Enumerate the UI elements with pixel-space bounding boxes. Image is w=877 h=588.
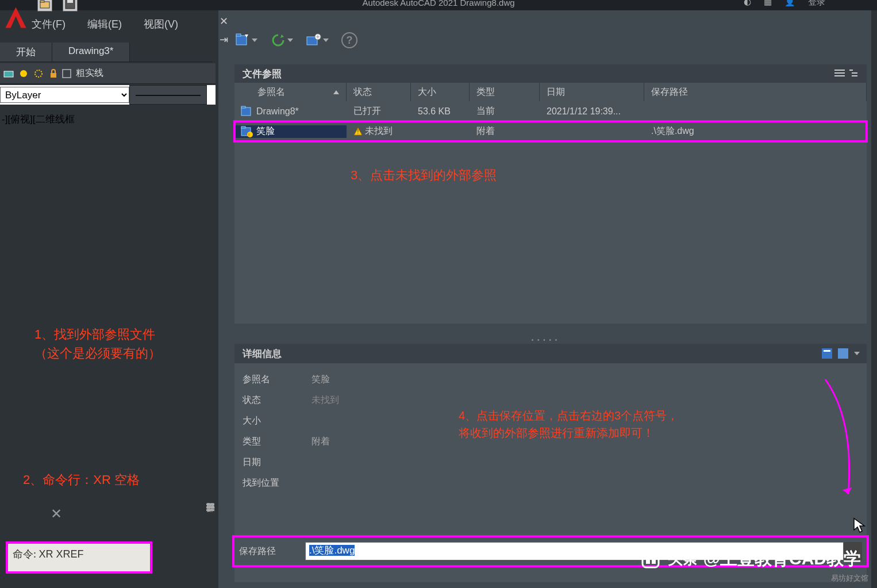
layer-on-icon[interactable] [17,67,30,80]
detail-type-value: 附着 [311,436,330,448]
svg-rect-7 [51,73,56,78]
tab-drawing3[interactable]: Drawing3* [52,43,130,62]
annotation-4: 4、点击保存位置，点击右边的3个点符号， 将收到的外部参照进行重新添加即可！ [459,407,678,441]
app-title: Autodesk AutoCAD 2021 Drawing8.dwg [362,0,514,7]
watermark: 头条 @上壹教育CAD教学 [639,547,861,571]
annotation-arrow [808,374,860,506]
preview-icon[interactable] [838,348,848,359]
xref-row-smiley[interactable]: !笑脸 !未找到 附着 .\笑脸.dwg [234,121,867,141]
layer-select[interactable]: ByLayer [0,87,129,103]
details-panel: 详细信息 参照名笑脸 状态未找到 大小 类型附着 日期 找到位置 保存路径 .\… [234,344,867,582]
close-x-icon[interactable]: ✕ [51,506,62,522]
svg-rect-26 [824,350,830,352]
panel-pin-icon[interactable]: ⇥ [220,33,228,46]
panel-menu-icon[interactable] [205,502,216,512]
open-icon[interactable] [37,0,52,11]
detail-name-value: 笑脸 [311,374,330,386]
svg-rect-21 [241,126,245,128]
annotation-3: 3、点击未找到的外部参照 [351,166,497,185]
viewport-label[interactable]: -][俯视][二维线框 [2,113,75,126]
change-path-button[interactable] [306,32,329,48]
linetype-label: 粗实线 [76,67,103,79]
details-icon[interactable] [822,348,832,359]
col-name[interactable]: 参照名 [234,83,347,101]
sort-icon [333,90,339,94]
bylayer-row: ByLayer [0,85,216,105]
svg-rect-19 [241,106,245,108]
title-bar: Autodesk AutoCAD 2021 Drawing8.dwg ◐ ▦ 👤… [0,0,877,10]
user-icon[interactable]: 👤 [784,0,795,5]
svg-rect-1 [40,1,44,2]
col-status[interactable]: 状态 [347,83,411,101]
detail-size-label: 大小 [243,415,311,427]
cursor-icon [853,517,866,533]
svg-rect-25 [822,348,832,359]
col-size[interactable]: 大小 [411,83,470,101]
svg-text:!: ! [357,129,359,135]
svg-rect-8 [236,36,247,45]
tree-view-icon[interactable] [849,69,860,78]
autocad-logo[interactable] [0,0,32,34]
annotation-2: 2、命令行：XR 空格 [23,470,140,489]
layer-toolbar: 粗实线 [0,63,216,84]
menu-file[interactable]: 文件(F) [32,17,66,31]
cmd-text: XR XREF [39,548,84,560]
svg-rect-15 [849,70,853,71]
file-reference-list: 文件参照 参照名 状态 大小 类型 日期 保存路径 Drawing8* 已打开 … [234,64,867,324]
svg-rect-4 [4,71,13,77]
save-path-label: 保存路径 [239,545,305,558]
marketplace-icon[interactable]: ▦ [764,0,772,5]
layer-lock-icon[interactable] [47,67,60,80]
detail-status-label: 状态 [243,394,311,406]
svg-rect-27 [838,348,848,359]
menu-bar: 文件(F) 编辑(E) 视图(V) [32,17,178,31]
svg-rect-13 [834,72,845,74]
svg-rect-12 [834,70,845,71]
help-button[interactable]: ? [341,32,357,48]
xref-row-drawing8[interactable]: Drawing8* 已打开 53.6 KB 当前 2021/1/12 19:39… [234,101,867,121]
list-view-icon[interactable] [834,69,845,78]
filelist-header: 文件参照 [234,64,867,83]
layer-color-swatch[interactable] [62,69,71,78]
attach-button[interactable] [234,32,257,48]
lineweight-preview[interactable] [129,85,207,105]
refresh-button[interactable] [270,32,293,48]
detail-type-label: 类型 [243,436,311,448]
svg-rect-18 [241,107,251,116]
svg-rect-17 [852,75,857,76]
col-date[interactable]: 日期 [540,83,644,101]
svg-rect-14 [834,75,845,76]
svg-rect-33 [652,555,656,564]
menu-view[interactable]: 视图(V) [144,17,178,31]
document-tabs: 开始 Drawing3* [0,43,213,62]
command-line[interactable]: 命令: XR XREF [6,541,152,574]
details-menu-icon[interactable] [854,352,860,355]
svg-rect-29 [206,506,214,508]
detail-name-label: 参照名 [243,374,311,386]
xref-panel: ✕ ⇥ ? 文件参照 参照名 状态 大小 类型 [218,10,871,588]
svg-rect-9 [236,34,241,36]
layer-prop-icon[interactable] [2,67,15,80]
xref-toolbar: ? [234,32,357,48]
user-label[interactable]: 登录 [808,0,825,5]
menu-edit[interactable]: 编辑(E) [87,17,122,31]
tab-start[interactable]: 开始 [0,43,52,62]
svg-rect-31 [643,551,659,567]
site-watermark: 易坊好文馆 [831,573,868,583]
splitter-handle[interactable]: • • • • • [532,337,559,343]
svg-rect-16 [852,72,857,74]
svg-rect-30 [206,509,214,511]
col-type[interactable]: 类型 [470,83,540,101]
detail-status-value: 未找到 [311,394,339,406]
cloud-icon[interactable]: ◐ [744,0,751,5]
panel-close-icon[interactable]: ✕ [220,15,228,28]
save-icon[interactable] [63,0,78,11]
svg-point-6 [35,70,42,77]
quick-access-toolbar [37,0,78,11]
layer-freeze-icon[interactable] [32,67,45,80]
svg-rect-28 [206,504,214,505]
detail-found-label: 找到位置 [243,477,311,489]
svg-text:!: ! [248,132,249,137]
details-title: 详细信息 [243,347,282,360]
col-path[interactable]: 保存路径 [644,83,867,101]
